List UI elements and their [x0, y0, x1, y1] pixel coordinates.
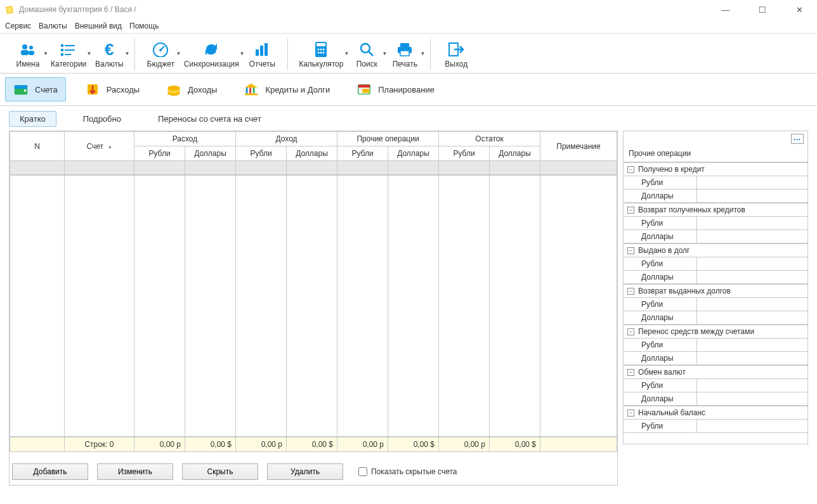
window-title: Домашняя бухгалтерия 6 / Вася /: [19, 5, 136, 14]
tab-accounts[interactable]: Счета: [5, 77, 66, 101]
search-button[interactable]: ▼ Поиск: [348, 39, 386, 70]
sum-balance-rub: 0,00 р: [439, 437, 490, 452]
group-label: Получено в кредит: [638, 165, 705, 174]
currency-row[interactable]: Доллары: [624, 392, 807, 406]
col-expense[interactable]: Расход: [134, 132, 236, 146]
titlebar: Домашняя бухгалтерия 6 / Вася / — ☐ ✕: [0, 0, 817, 19]
col-other-rub[interactable]: Рубли: [337, 146, 388, 161]
delete-button[interactable]: Удалить: [267, 463, 343, 480]
exit-button[interactable]: Выход: [437, 39, 475, 70]
close-button[interactable]: ✕: [787, 5, 812, 15]
tab-credits[interactable]: Кредиты и Долги: [236, 78, 337, 101]
currency-row[interactable]: Рубли: [624, 257, 807, 271]
svg-point-2: [22, 44, 27, 49]
svg-point-23: [318, 52, 320, 54]
currencies-button[interactable]: € ▼ Валюты: [90, 39, 128, 70]
currency-row[interactable]: Рубли: [624, 176, 807, 190]
group-label: Возврат полученных кредитов: [638, 205, 745, 214]
menu-currencies[interactable]: Валюты: [39, 22, 67, 30]
currency-label: Рубли: [624, 257, 697, 270]
currency-row[interactable]: Доллары: [624, 352, 807, 365]
add-button[interactable]: Добавить: [12, 463, 88, 480]
collapse-icon[interactable]: −: [627, 328, 634, 335]
col-other-ops[interactable]: Прочие операции: [337, 132, 439, 146]
col-note[interactable]: Примечание: [540, 132, 617, 161]
group-row[interactable]: −Обмен валют: [624, 365, 807, 379]
col-balance-rub[interactable]: Рубли: [439, 146, 490, 161]
currency-row[interactable]: Рубли: [624, 217, 807, 230]
show-hidden-checkbox[interactable]: Показать скрытые счета: [358, 467, 457, 476]
col-expense-rub[interactable]: Рубли: [134, 146, 185, 161]
subtab-transfers[interactable]: Переносы со счета на счет: [148, 112, 271, 126]
menu-view[interactable]: Внешний вид: [75, 22, 122, 30]
currency-row[interactable]: Рубли: [624, 339, 807, 352]
categories-button[interactable]: ▼ Категории: [47, 39, 90, 70]
collapse-icon[interactable]: −: [627, 369, 634, 376]
svg-point-38: [167, 86, 180, 91]
currency-label: Рубли: [624, 176, 697, 189]
budget-button[interactable]: ▼ Бюджет: [141, 39, 180, 70]
panel-menu-button[interactable]: •••: [791, 134, 804, 144]
col-income[interactable]: Доход: [236, 132, 337, 146]
tab-income[interactable]: Доходы: [159, 78, 225, 101]
currency-value: [697, 230, 807, 243]
currency-row[interactable]: Доллары: [624, 230, 807, 243]
subtab-brief[interactable]: Кратко: [9, 111, 56, 127]
grid-body[interactable]: [10, 175, 617, 437]
currency-row[interactable]: Рубли: [624, 298, 807, 311]
tab-expenses[interactable]: Расходы: [77, 78, 147, 101]
col-balance-usd[interactable]: Доллары: [490, 146, 540, 161]
reports-button[interactable]: Отчеты: [243, 39, 281, 70]
sum-income-usd: 0,00 $: [287, 437, 337, 452]
menu-help[interactable]: Помощь: [129, 22, 159, 30]
edit-button[interactable]: Изменить: [97, 463, 173, 480]
exit-icon: [448, 41, 464, 58]
col-income-rub[interactable]: Рубли: [236, 146, 287, 161]
maximize-button[interactable]: ☐: [750, 5, 775, 15]
currency-row[interactable]: Доллары: [624, 271, 807, 284]
names-button[interactable]: ▼ Имена: [9, 39, 47, 70]
group-row[interactable]: −Возврат выданных долгов: [624, 284, 807, 298]
side-panel-list[interactable]: −Получено в кредитРублиДоллары−Возврат п…: [624, 162, 807, 434]
print-button[interactable]: ▼ Печать: [386, 39, 424, 70]
sync-button[interactable]: ▼ Синхронизация: [180, 39, 243, 70]
wallet-icon: [13, 82, 29, 97]
hide-button[interactable]: Скрыть: [182, 463, 258, 480]
group-row[interactable]: −Выдано в долг: [624, 243, 807, 257]
collapse-icon[interactable]: −: [627, 166, 634, 173]
col-income-usd[interactable]: Доллары: [287, 146, 337, 161]
currency-row[interactable]: Доллары: [624, 190, 807, 203]
col-account[interactable]: Счет ▼: [65, 132, 134, 161]
calculator-button[interactable]: ▼ Калькулятор: [294, 39, 348, 70]
collapse-icon[interactable]: −: [627, 207, 634, 214]
calculator-icon: [315, 41, 327, 58]
col-other-usd[interactable]: Доллары: [388, 146, 439, 161]
subtab-detailed[interactable]: Подробно: [73, 112, 131, 126]
collapse-icon[interactable]: −: [627, 410, 634, 417]
svg-point-14: [159, 49, 162, 51]
tab-planning[interactable]: Планирование: [349, 78, 442, 101]
currency-value: [697, 190, 807, 202]
group-row[interactable]: −Начальный баланс: [624, 406, 807, 420]
show-hidden-input[interactable]: [358, 467, 367, 476]
currency-row[interactable]: Доллары: [624, 311, 807, 325]
group-row[interactable]: −Перенос средств между счетами: [624, 325, 807, 339]
col-balance[interactable]: Остаток: [439, 132, 540, 146]
minimize-button[interactable]: —: [713, 5, 738, 15]
table-row[interactable]: [10, 161, 617, 175]
sub-tabs: Кратко Подробно Переносы со счета на сче…: [0, 106, 817, 131]
col-expense-usd[interactable]: Доллары: [185, 146, 236, 161]
content: N Счет ▼ Расход Доход Прочие операции Ос…: [0, 131, 817, 494]
svg-rect-33: [15, 86, 27, 89]
group-row[interactable]: −Возврат полученных кредитов: [624, 203, 807, 217]
group-row[interactable]: −Получено в кредит: [624, 162, 807, 176]
svg-rect-15: [256, 49, 259, 56]
currency-row[interactable]: Рубли: [624, 420, 807, 433]
col-n[interactable]: N: [10, 132, 65, 161]
currency-row[interactable]: Рубли: [624, 379, 807, 392]
collapse-icon[interactable]: −: [627, 288, 634, 295]
currency-value: [697, 311, 807, 324]
collapse-icon[interactable]: −: [627, 247, 634, 254]
menu-service[interactable]: Сервис: [5, 22, 31, 30]
currency-value: [697, 339, 807, 351]
